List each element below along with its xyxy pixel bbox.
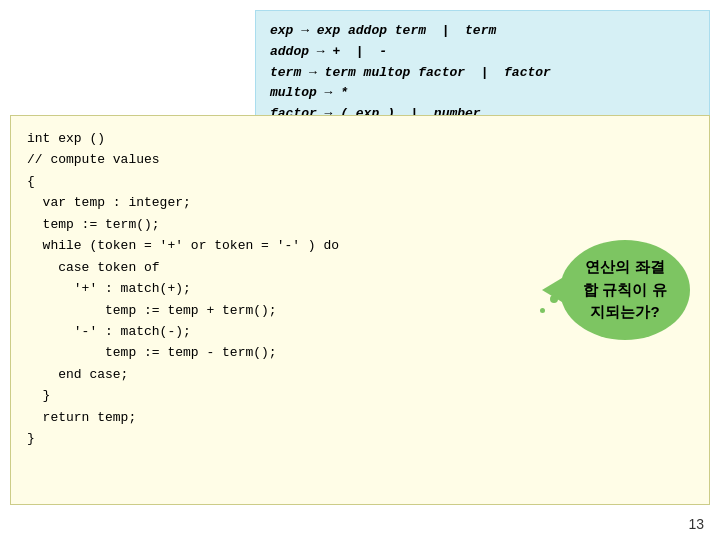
code-line-11: temp := temp - term();: [27, 342, 693, 363]
grammar-line-4: multop → *: [270, 83, 695, 104]
bubble-text: 연산의 좌결합 규칙이 유지되는가?: [583, 256, 666, 324]
grammar-line-1: exp → exp addop term | term: [270, 21, 695, 42]
code-line-2: // compute values: [27, 149, 693, 170]
grammar-line-2: addop → + | -: [270, 42, 695, 63]
grammar-line-3: term → term multop factor | factor: [270, 63, 695, 84]
slide-container: exp → exp addop term | term addop → + | …: [0, 0, 720, 540]
code-line-14: return temp;: [27, 407, 693, 428]
code-line-1: int exp (): [27, 128, 693, 149]
code-line-13: }: [27, 385, 693, 406]
code-line-3: {: [27, 171, 693, 192]
code-line-5: temp := term();: [27, 214, 693, 235]
bubble-dot-small: [540, 308, 545, 313]
code-line-15: }: [27, 428, 693, 449]
page-number: 13: [688, 516, 704, 532]
code-line-12: end case;: [27, 364, 693, 385]
speech-bubble: 연산의 좌결합 규칙이 유지되는가?: [560, 240, 690, 340]
code-line-4: var temp : integer;: [27, 192, 693, 213]
